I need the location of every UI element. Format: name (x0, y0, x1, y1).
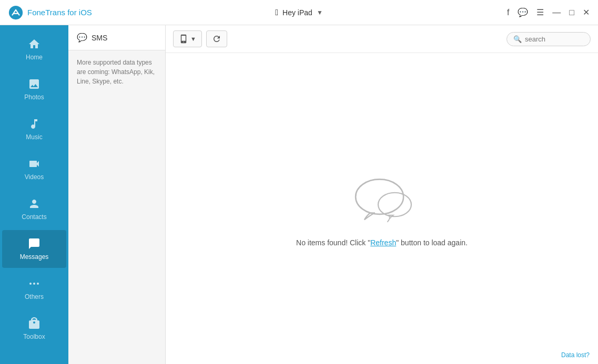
sidebar: Home Photos Music Videos Contacts (0, 25, 68, 364)
chevron-icon: ▼ (190, 36, 196, 42)
search-icon: 🔍 (513, 35, 522, 43)
sidebar-item-others[interactable]: Others (2, 270, 66, 308)
sms-icon: 💬 (77, 33, 87, 43)
close-button[interactable]: ✕ (583, 7, 590, 17)
data-lost-link[interactable]: Data lost? (561, 351, 590, 359)
empty-message-suffix: " button to load again. (396, 238, 468, 247)
more-info-text: More supported data types are coming: Wh… (68, 50, 165, 93)
videos-icon (28, 158, 40, 170)
app-logo: FoneTrans for iOS (8, 5, 92, 20)
chat-bubbles-icon (345, 170, 419, 228)
sidebar-label-videos: Videos (25, 173, 44, 181)
sidebar-item-contacts[interactable]: Contacts (2, 190, 66, 228)
facebook-icon[interactable]: f (507, 8, 509, 17)
svg-point-2 (33, 283, 35, 285)
sidebar-label-home: Home (26, 54, 43, 61)
maximize-button[interactable]: □ (569, 8, 574, 17)
others-icon (28, 277, 40, 290)
title-bar: FoneTrans for iOS  Hey iPad ▼ f 💬 ☰ — □… (0, 0, 598, 25)
sidebar-label-music: Music (26, 133, 42, 141)
refresh-icon (212, 34, 221, 44)
device-name: Hey iPad (282, 8, 312, 17)
device-selector[interactable]:  Hey iPad ▼ (275, 8, 323, 17)
svg-point-5 (378, 193, 411, 217)
empty-message: No items found! Click "Refresh" button t… (296, 238, 468, 247)
empty-state: No items found! Click "Refresh" button t… (166, 53, 598, 364)
minimize-button[interactable]: — (552, 8, 561, 17)
home-icon (28, 38, 40, 50)
music-icon (28, 118, 40, 130)
sidebar-item-toolbox[interactable]: Toolbox (2, 310, 66, 348)
window-controls: f 💬 ☰ — □ ✕ (507, 7, 590, 17)
sidebar-label-contacts: Contacts (22, 213, 46, 221)
sidebar-label-photos: Photos (24, 93, 44, 101)
apple-icon:  (275, 8, 278, 17)
sidebar-item-home[interactable]: Home (2, 30, 66, 68)
chat-icon[interactable]: 💬 (518, 7, 528, 17)
search-input[interactable] (525, 35, 584, 43)
sms-label: SMS (92, 34, 107, 42)
photos-icon (28, 78, 40, 90)
sidebar-item-music[interactable]: Music (2, 110, 66, 148)
sidebar-label-others: Others (25, 293, 44, 300)
sidebar-item-messages[interactable]: Messages (2, 230, 66, 268)
app-name: FoneTrans for iOS (27, 8, 92, 17)
sms-tab[interactable]: 💬 SMS (68, 25, 165, 50)
empty-message-text: No items found! Click " (296, 238, 370, 247)
left-panel: 💬 SMS More supported data types are comi… (68, 25, 166, 364)
search-box: 🔍 (506, 32, 591, 46)
refresh-link[interactable]: Refresh (370, 238, 396, 247)
messages-icon (28, 237, 40, 250)
toolbox-icon (28, 317, 40, 330)
device-icon (179, 34, 188, 44)
sidebar-item-videos[interactable]: Videos (2, 150, 66, 188)
sidebar-item-photos[interactable]: Photos (2, 70, 66, 108)
svg-point-1 (29, 283, 32, 285)
menu-icon[interactable]: ☰ (536, 7, 544, 17)
svg-point-3 (37, 283, 39, 285)
main-layout: Home Photos Music Videos Contacts (0, 25, 598, 364)
refresh-button[interactable] (206, 30, 227, 47)
sidebar-label-toolbox: Toolbox (23, 333, 45, 340)
contacts-icon (28, 197, 40, 210)
main-content: ▼ 🔍 No i (166, 25, 598, 364)
data-lost-footer: Data lost? (561, 351, 590, 359)
device-view-button[interactable]: ▼ (173, 30, 202, 47)
svg-point-0 (9, 5, 23, 19)
chevron-down-icon: ▼ (317, 9, 323, 16)
sidebar-label-messages: Messages (20, 253, 49, 261)
content-toolbar: ▼ 🔍 (166, 25, 598, 53)
logo-icon (8, 5, 23, 20)
